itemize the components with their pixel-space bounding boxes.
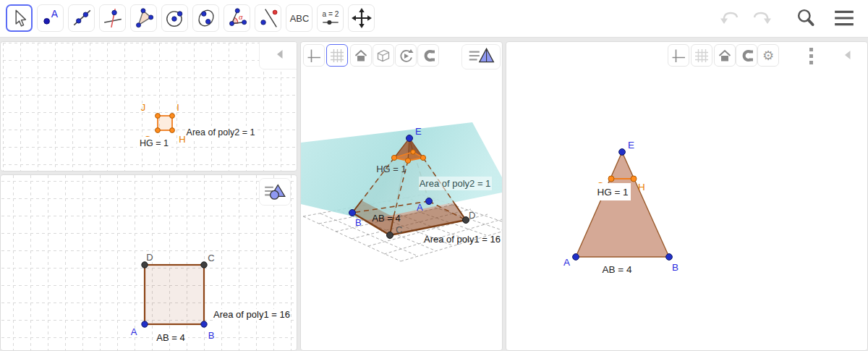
right-axes-toggle[interactable]: [668, 44, 689, 67]
hg-value-text-right: HG = 1: [597, 187, 628, 198]
right-snap-magnet-button[interactable]: [736, 44, 757, 67]
point-label-D-3d: D: [469, 210, 475, 221]
point-H[interactable]: [170, 128, 175, 133]
point-C[interactable]: [201, 262, 207, 268]
view1-collapse-button[interactable]: [276, 48, 284, 62]
grid-icon: [694, 48, 710, 64]
3d-snap-magnet-button[interactable]: [417, 44, 439, 67]
search-button[interactable]: [794, 7, 817, 32]
undo-button[interactable]: [718, 7, 741, 31]
point-D[interactable]: [142, 262, 148, 268]
main-toolbar: A: [0, 0, 868, 38]
view1-collapsed-stylebar: [259, 41, 297, 69]
poly1-square[interactable]: [145, 265, 204, 324]
3d-stylebar-button[interactable]: [467, 46, 495, 67]
home-icon: [353, 48, 369, 64]
3d-axes-toggle[interactable]: [303, 44, 325, 67]
tool-line[interactable]: [68, 4, 95, 32]
point-G[interactable]: [156, 128, 161, 133]
hamburger-menu-icon: [832, 7, 856, 29]
point-A-3d[interactable]: [426, 198, 433, 205]
view2-stylebar-toggle-box: [259, 178, 291, 206]
cursor-icon: [9, 7, 30, 29]
tool-move-select[interactable]: [6, 4, 33, 32]
point-label-H-right: H: [638, 182, 645, 193]
text-abc-icon: ABC: [289, 7, 310, 29]
point-label-I: I: [176, 102, 179, 113]
stylebar-graphics-icon: [263, 182, 287, 200]
3d-home-button[interactable]: [350, 44, 372, 67]
view2-stylebar-button[interactable]: [263, 182, 287, 203]
tool-slider[interactable]: a = 2: [317, 4, 344, 32]
cube-icon: [375, 48, 391, 64]
area2-value-text-3d: Area of poly2 = 1: [420, 178, 491, 189]
point-G-right[interactable]: [608, 176, 614, 182]
graphics-view-cross-section: G HG = 1 E H A B AB = 4: [506, 41, 868, 351]
tool-perpendicular-line[interactable]: [99, 4, 126, 32]
move-arrows-icon: [351, 7, 373, 29]
area2-value-text: Area of poly2 = 1: [187, 127, 255, 138]
point-B-3d[interactable]: [349, 210, 356, 216]
redo-icon: [751, 7, 774, 29]
3d-view-direction-button[interactable]: [373, 44, 394, 67]
grid: [1, 42, 297, 171]
poly2-square[interactable]: [158, 116, 172, 130]
cross-section-triangle[interactable]: [576, 152, 669, 257]
svg-text:A: A: [51, 8, 58, 20]
redo-button[interactable]: [751, 7, 774, 31]
hg-value-text-3d: HG = 1: [376, 164, 407, 174]
point-H-right[interactable]: [631, 176, 637, 182]
tool-circle[interactable]: [161, 4, 188, 32]
magnet-icon: [739, 48, 754, 64]
right-home-button[interactable]: [714, 44, 736, 67]
right-grid-toggle[interactable]: [691, 44, 712, 67]
ab-value-text-3d: AB = 4: [372, 213, 400, 224]
point-label-H: H: [179, 134, 185, 145]
tool-move-view[interactable]: [348, 4, 375, 32]
point-C-3d[interactable]: [387, 232, 393, 239]
reflect-icon: [258, 7, 279, 29]
home-icon: [717, 48, 733, 64]
kebab-more-icon: [804, 46, 817, 67]
tool-polygon[interactable]: [130, 4, 157, 32]
graphics-canvas-2[interactable]: Area of poly1 = 16 AB = 4 D C A B: [1, 175, 297, 350]
area1-value-text-3d: Area of poly1 = 16: [424, 234, 501, 245]
tool-text[interactable]: ABC: [286, 4, 312, 32]
slider-icon: a = 2: [320, 7, 341, 29]
svg-text:⚙: ⚙: [762, 48, 774, 63]
area1-value-text: Area of poly1 = 16: [213, 309, 290, 320]
point-B-right[interactable]: [666, 254, 673, 261]
ellipse-icon: [195, 7, 217, 29]
right-settings-button[interactable]: ⚙: [757, 44, 779, 67]
angle-icon: α: [226, 7, 248, 29]
grid-icon: [329, 48, 345, 64]
tool-point[interactable]: A: [37, 4, 64, 32]
axes-icon: [671, 48, 686, 64]
3d-stylebar-toggle-box: [461, 44, 501, 69]
tool-angle[interactable]: α: [224, 4, 250, 32]
point-I[interactable]: [170, 114, 175, 119]
point-E-right[interactable]: [619, 149, 626, 156]
point-label-E-right: E: [628, 140, 634, 151]
point-label-A: A: [131, 326, 137, 337]
right-more-button[interactable]: [804, 46, 817, 69]
point-B[interactable]: [201, 321, 207, 327]
graphics-canvas-3d[interactable]: HG = 1 Area of poly2 = 1 AB = 4 Area of …: [301, 42, 502, 350]
graphics-canvas-1[interactable]: G HG = 1 Area of poly2 = 1 J I H: [1, 42, 297, 171]
right-collapse-button[interactable]: [843, 49, 852, 63]
3d-grid-toggle[interactable]: [326, 44, 348, 67]
magnet-icon: [420, 48, 436, 64]
collapse-left-icon: [843, 49, 852, 61]
point-J[interactable]: [156, 114, 161, 119]
point-A-right[interactable]: [573, 254, 579, 261]
undo-icon: [718, 7, 741, 29]
point-E-3d[interactable]: [407, 135, 413, 142]
3d-rotate-view-button[interactable]: [395, 44, 417, 67]
menu-button[interactable]: [832, 7, 856, 31]
toolbar-actions: [718, 0, 856, 38]
point-A[interactable]: [142, 321, 148, 327]
graphics-canvas-4[interactable]: G HG = 1 E H A B AB = 4: [506, 42, 867, 350]
tool-conic[interactable]: [192, 4, 219, 32]
point-label-J: J: [141, 102, 146, 113]
tool-reflect[interactable]: [255, 4, 281, 32]
